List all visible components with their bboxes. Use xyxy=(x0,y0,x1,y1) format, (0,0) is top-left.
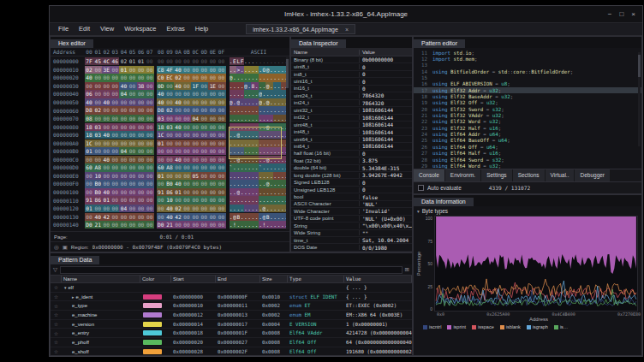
hex-byte[interactable]: 00 xyxy=(165,131,174,139)
hex-byte[interactable]: 00 xyxy=(217,131,225,139)
hex-byte[interactable]: 00 xyxy=(208,66,217,74)
hex-byte[interactable]: D8 xyxy=(85,106,93,114)
hex-byte[interactable]: 00 xyxy=(146,131,154,139)
hex-byte[interactable]: 00 xyxy=(119,188,128,196)
hex-byte[interactable]: 00 xyxy=(102,172,110,180)
close-button[interactable]: × xyxy=(631,6,635,23)
hex-byte[interactable]: 00 xyxy=(119,123,128,131)
hex-byte[interactable]: 00 xyxy=(182,147,191,155)
inspector-value[interactable]: 0b00000000 xyxy=(360,56,412,62)
hex-byte[interactable]: 10 xyxy=(93,172,102,180)
editor-scrollbar[interactable] xyxy=(638,52,641,146)
hex-byte[interactable]: 00 xyxy=(208,163,217,171)
hex-byte[interactable]: EC xyxy=(165,74,174,81)
code-line[interactable]: 15 xyxy=(414,74,641,80)
hex-byte[interactable]: 00 xyxy=(110,221,119,228)
hex-byte[interactable]: 00 xyxy=(217,106,225,114)
file-tab[interactable]: imhex-1.33.2-x86_64.AppImage × xyxy=(246,24,355,34)
hex-byte[interactable]: 00 xyxy=(146,213,154,221)
inspector-value[interactable]: 1081606144 xyxy=(360,122,412,128)
favorite-star-icon[interactable]: ☆ xyxy=(51,303,62,309)
hex-byte[interactable]: 00 xyxy=(119,156,128,163)
hex-byte[interactable]: 00 xyxy=(102,74,110,81)
hex-byte[interactable]: 00 xyxy=(182,213,191,221)
hex-byte[interactable]: 00 xyxy=(128,139,136,147)
inspector-row[interactable]: ASCII Character'NUL' xyxy=(291,201,412,208)
hex-byte[interactable]: 00 xyxy=(217,213,225,221)
hex-byte[interactable]: 00 xyxy=(110,156,119,163)
hex-byte[interactable]: 00 xyxy=(93,74,102,81)
hex-byte[interactable]: 00 xyxy=(182,123,191,131)
hex-byte[interactable]: 00 xyxy=(217,188,225,196)
hex-byte[interactable]: 00 xyxy=(182,205,191,212)
hex-byte[interactable]: 00 xyxy=(182,131,191,139)
hex-byte[interactable]: 1C xyxy=(85,139,93,147)
hex-byte[interactable]: 00 xyxy=(119,163,128,171)
hex-byte[interactable]: 00 xyxy=(110,74,119,81)
hex-byte[interactable]: 00 xyxy=(146,90,154,98)
maximize-button[interactable]: □ xyxy=(619,6,623,23)
hex-byte[interactable]: 00 xyxy=(182,66,191,74)
inspector-value[interactable]: 0/0/1980 xyxy=(360,245,412,251)
hex-byte[interactable]: 00 xyxy=(191,74,200,81)
inspector-row[interactable]: int48_t1081606144 xyxy=(291,128,412,135)
hex-byte[interactable]: 38 xyxy=(137,82,146,90)
hex-byte[interactable]: 40 xyxy=(102,156,110,163)
code-line[interactable]: 18using Elf32_BaseAddr = u32; xyxy=(414,93,641,99)
hex-byte[interactable]: 00 xyxy=(102,163,110,171)
hex-byte[interactable]: B0 xyxy=(93,180,102,187)
hex-byte[interactable]: 00 xyxy=(146,139,154,147)
hex-editor-title[interactable]: Hex editor xyxy=(51,39,93,48)
code-line[interactable]: 17using Elf32_Addr = u32; xyxy=(414,87,641,93)
code-line[interactable]: 21using Elf32_VAddr = u32; xyxy=(414,112,641,118)
hex-byte[interactable]: 00 xyxy=(208,196,217,204)
hex-byte[interactable]: 00 xyxy=(157,57,165,65)
hex-byte[interactable]: 00 xyxy=(208,188,217,196)
hex-byte[interactable]: 03 xyxy=(93,123,102,131)
hex-byte[interactable]: 00 xyxy=(174,115,182,122)
hex-byte[interactable]: 00 xyxy=(200,98,208,106)
hex-byte[interactable]: 00 xyxy=(182,163,191,171)
hex-byte[interactable]: 00 xyxy=(182,156,191,163)
hex-byte[interactable]: 00 xyxy=(191,66,200,74)
hex-byte[interactable]: 00 xyxy=(200,188,208,196)
hex-byte[interactable]: 1C xyxy=(157,131,165,139)
hex-byte[interactable]: 02 xyxy=(165,106,174,114)
expander-icon[interactable]: ▸ xyxy=(72,294,75,300)
legend-item[interactable]: isspace xyxy=(472,324,494,329)
hex-byte[interactable]: 00 xyxy=(182,196,191,204)
hex-byte[interactable]: 00 xyxy=(191,213,200,221)
code-line[interactable]: 27using Elf64_Half = u16; xyxy=(414,151,641,157)
inspector-row[interactable]: int24_t7864320 xyxy=(291,100,412,107)
hex-byte[interactable]: 03 xyxy=(93,131,102,139)
hex-byte[interactable]: 00 xyxy=(200,131,208,139)
hex-byte[interactable]: 18 xyxy=(85,123,93,131)
hex-byte[interactable]: 00 xyxy=(208,180,217,187)
hex-byte[interactable]: 00 xyxy=(174,163,182,171)
favorite-star-icon[interactable]: ☆ xyxy=(51,284,62,290)
inspector-row[interactable]: Binary (8 bit)0b00000000 xyxy=(291,56,412,63)
hex-byte[interactable]: 00 xyxy=(93,205,102,212)
pattern-data-title[interactable]: Pattern Data xyxy=(51,256,99,264)
hex-byte[interactable]: 00 xyxy=(191,221,200,228)
legend-item[interactable]: isgraph xyxy=(527,324,548,329)
hex-byte[interactable]: 00 xyxy=(165,172,174,180)
column-header-value[interactable]: Value xyxy=(344,276,412,282)
hex-byte[interactable]: 00 xyxy=(110,205,119,212)
filter-icon[interactable]: ▽ xyxy=(53,266,57,273)
hex-byte[interactable]: 00 xyxy=(200,205,208,212)
inspector-value[interactable]: "\x00\x00\x40\x…" xyxy=(360,223,412,228)
hex-byte[interactable]: 4F xyxy=(165,66,174,74)
hex-byte[interactable]: 00 xyxy=(208,156,217,163)
pattern-row[interactable]: ☆▾elf{ ... } xyxy=(51,283,412,293)
hex-byte[interactable]: 00 xyxy=(110,123,119,131)
hex-byte[interactable]: 00 xyxy=(165,139,174,147)
hex-byte[interactable]: A8 xyxy=(165,163,174,171)
hex-byte[interactable]: 00 xyxy=(128,66,136,74)
inspector-value[interactable]: 0 xyxy=(360,64,412,70)
hex-byte[interactable]: 00 xyxy=(174,172,182,180)
hex-byte[interactable]: 00 xyxy=(157,196,165,204)
tab-virtual[interactable]: Virtual.. xyxy=(546,169,575,181)
hex-byte[interactable]: 00 xyxy=(93,90,102,98)
hex-byte[interactable]: 60 xyxy=(85,163,93,171)
